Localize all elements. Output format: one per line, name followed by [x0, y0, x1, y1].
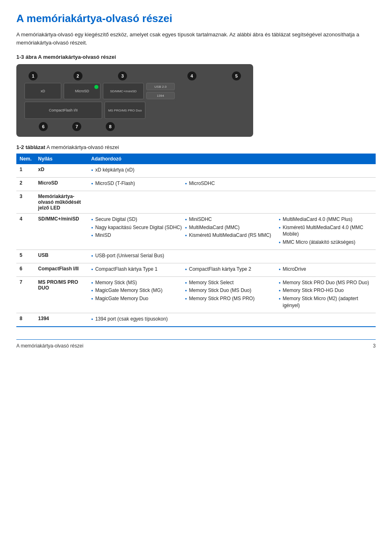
- list-item: Memory Stick PRO Duo (MS PRO Duo): [278, 279, 370, 286]
- table-row: 813941394 port (csak egyes típusokon): [16, 313, 376, 326]
- diagram-top-numbers: 1 2 3 4 5: [24, 71, 245, 80]
- slot-1394-top: 1394: [146, 92, 175, 99]
- list-item: MultiMediaCard (MMC): [185, 224, 276, 231]
- cell-slot: USB: [35, 249, 88, 263]
- th-slot: Nyílás: [35, 154, 88, 164]
- page-title: A memóriakártya-olvasó részei: [16, 12, 376, 25]
- table-row: 3Memóriakártya-olvasó működését jelző LE…: [16, 191, 376, 213]
- cell-num: 6: [16, 263, 35, 276]
- badge-1: 1: [29, 71, 38, 80]
- list-item: Memory Stick (MS): [91, 279, 183, 286]
- data-col-0: CompactFlash kártya Type 1: [91, 266, 185, 274]
- table-row: 5USBUSB-port (Universal Serial Bus): [16, 249, 376, 263]
- table-header-row: Nem. Nyílás Adathordozó: [16, 154, 376, 164]
- cell-slot: MS PRO/MS PRO DUO: [35, 276, 88, 313]
- data-col-2: MicroDrive: [278, 266, 372, 274]
- diagram-bottom-slots: CompactFlash I/II MS PRO/MS PRO Duo: [24, 102, 245, 119]
- table-row: 7MS PRO/MS PRO DUOMemory Stick (MS)Magic…: [16, 276, 376, 313]
- badge-8: 8: [106, 122, 115, 131]
- data-col-0: USB-port (Universal Serial Bus): [91, 252, 185, 261]
- list-item: CompactFlash kártya Type 1: [91, 266, 183, 273]
- table-row: 2MicroSDMicroSD (T-Flash)MicroSDHC: [16, 177, 376, 191]
- list-item: MultiMediaCard 4.0 (MMC Plus): [278, 216, 370, 223]
- cell-num: 4: [16, 213, 35, 249]
- cell-num: 7: [16, 276, 35, 313]
- main-table: Nem. Nyílás Adathordozó 1xDxD képkártya …: [16, 154, 376, 327]
- cell-num: 3: [16, 191, 35, 213]
- table-row: 1xDxD képkártya (xD): [16, 164, 376, 177]
- badge-2: 2: [74, 71, 82, 80]
- data-col-1: [185, 167, 279, 175]
- cell-data: xD képkártya (xD): [88, 164, 376, 177]
- data-col-2: [278, 167, 372, 175]
- cell-data: MicroSD (T-Flash)MicroSDHC: [88, 177, 376, 191]
- list-item: MagicGate Memory Duo: [91, 295, 183, 302]
- cell-data: 1394 port (csak egyes típusokon): [88, 313, 376, 326]
- cell-data: Secure Digital (SD)Nagy kapacitású Secur…: [88, 213, 376, 249]
- data-col-1: Memory Stick SelectMemory Stick Duo (MS …: [185, 279, 279, 310]
- data-col-1: MicroSDHC: [185, 180, 279, 188]
- data-col-1: CompactFlash kártya Type 2: [185, 266, 279, 274]
- list-item: Memory Stick Micro (M2) (adaptert igénye…: [278, 295, 370, 309]
- intro-text: A memóriakártya-olvasó egy kiegészítő es…: [16, 31, 376, 47]
- data-col-0: Memory Stick (MS)MagicGate Memory Stick …: [91, 279, 185, 310]
- data-col-0: MicroSD (T-Flash): [91, 180, 185, 188]
- figure-label-num: 1-3 ábra: [16, 54, 37, 60]
- list-item: CompactFlash kártya Type 2: [185, 266, 276, 273]
- cell-num: 8: [16, 313, 35, 326]
- data-col-0: xD képkártya (xD): [91, 167, 185, 175]
- slot-usb: USB 2.0: [146, 83, 175, 90]
- usb-1394-bottom: [148, 102, 176, 119]
- badge-6: 6: [39, 122, 48, 131]
- cell-slot: MicroSD: [35, 177, 88, 191]
- cell-slot: xD: [35, 164, 88, 177]
- usb-1394-group: USB 2.0 1394: [146, 83, 175, 99]
- table-label-caption: A memóriakártya-olvasó részei: [47, 144, 119, 150]
- list-item: xD képkártya (xD): [91, 167, 183, 174]
- list-item: Memory Stick Duo (MS Duo): [185, 287, 276, 294]
- table-row: 4SD/MMC+/miniSDSecure Digital (SD)Nagy k…: [16, 213, 376, 249]
- list-item: Secure Digital (SD): [91, 216, 183, 223]
- data-col-0: Secure Digital (SD)Nagy kapacitású Secur…: [91, 216, 185, 247]
- list-item: MiniSD: [91, 232, 183, 239]
- cell-data: Memory Stick (MS)MagicGate Memory Stick …: [88, 276, 376, 313]
- data-col-2: MultiMediaCard 4.0 (MMC Plus)Kisméretű M…: [278, 216, 372, 247]
- cell-data: USB-port (Universal Serial Bus): [88, 249, 376, 263]
- list-item: MMC Micro (átalakító szükséges): [278, 239, 370, 246]
- data-col-2: [278, 316, 372, 324]
- cell-data: [88, 191, 376, 213]
- figure-label-caption: A memóriakártya-olvasó részei: [38, 54, 116, 60]
- cell-slot: Memóriakártya-olvasó működését jelző LED: [35, 191, 88, 213]
- data-col-2: [278, 252, 372, 261]
- cell-slot: CompactFlash I/II: [35, 263, 88, 276]
- data-col-2: [278, 180, 372, 188]
- cell-slot: 1394: [35, 313, 88, 326]
- table-row: 6CompactFlash I/IICompactFlash kártya Ty…: [16, 263, 376, 276]
- table-label-num: 1-2 táblázat: [16, 144, 45, 150]
- list-item: Memory Stick PRO (MS PRO): [185, 295, 276, 302]
- data-col-1: MiniSDHCMultiMediaCard (MMC)Kisméretű Mu…: [185, 216, 279, 247]
- cell-data: CompactFlash kártya Type 1CompactFlash k…: [88, 263, 376, 276]
- slot-microsd: MicroSD: [64, 83, 100, 99]
- data-col-2: Memory Stick PRO Duo (MS PRO Duo)Memory …: [278, 279, 372, 310]
- badge-5: 5: [232, 71, 241, 80]
- diagram-top-slots: xD MicroSD SD/MMC+/miniSD USB 2.0 1394: [24, 83, 245, 99]
- data-col-1: [185, 316, 279, 324]
- card-reader-diagram: 1 2 3 4 5 xD MicroSD SD/MMC+/miniSD USB …: [16, 64, 253, 137]
- cell-num: 5: [16, 249, 35, 263]
- badge-7: 7: [72, 122, 81, 131]
- list-item: Memory Stick PRO-HG Duo: [278, 287, 370, 294]
- slot-sdmmc: SD/MMC+/miniSD: [103, 83, 144, 99]
- slot-compactflash: CompactFlash I/II: [24, 102, 102, 119]
- list-item: MagicGate Memory Stick (MG): [91, 287, 183, 294]
- footer-title: A memóriakártya-olvasó részei: [16, 343, 83, 349]
- data-col-1: [185, 252, 279, 261]
- th-num: Nem.: [16, 154, 35, 164]
- footer: A memóriakártya-olvasó részei 3: [16, 339, 376, 349]
- table-label: 1-2 táblázat A memóriakártya-olvasó rész…: [16, 144, 376, 152]
- figure-label: 1-3 ábra A memóriakártya-olvasó részei: [16, 54, 376, 60]
- cell-num: 1: [16, 164, 35, 177]
- led-indicator: [94, 85, 98, 89]
- list-item: MicroSDHC: [185, 180, 276, 187]
- list-item: Kisméretű MultiMediaCard 4.0 (MMC Mobile…: [278, 224, 370, 238]
